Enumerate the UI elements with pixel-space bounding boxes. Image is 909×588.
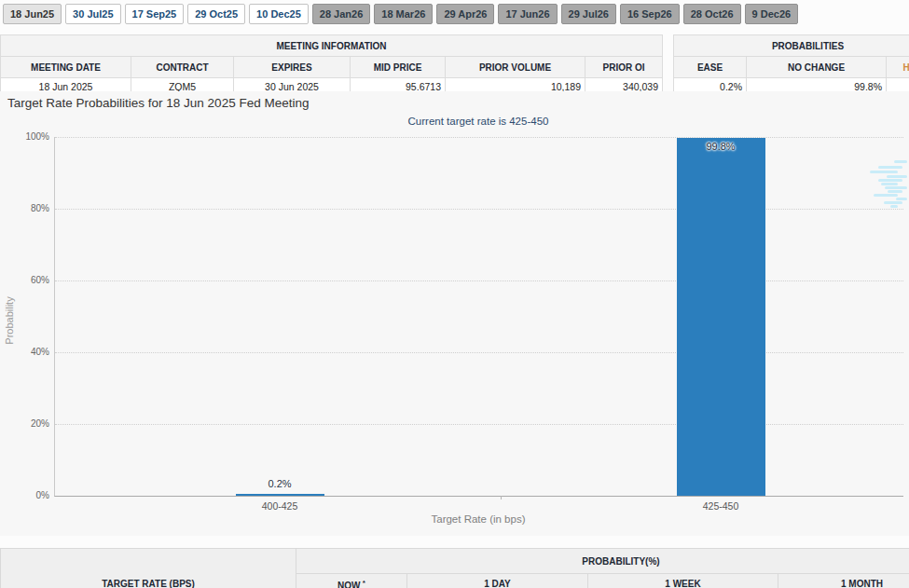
meeting-info-col-header: EXPIRES bbox=[234, 57, 351, 78]
watermark-dash bbox=[887, 175, 907, 178]
target-rate-header: TARGET RATE (BPS) bbox=[1, 549, 296, 588]
probabilities-table: PROBABILITIES EASENO CHANGEHIKE 0.2%99.8… bbox=[673, 34, 909, 96]
watermark-dash bbox=[894, 160, 907, 163]
tab-18-jun25[interactable]: 18 Jun25 bbox=[3, 4, 62, 24]
gridline bbox=[55, 137, 903, 138]
history-col-label: 1 DAY bbox=[408, 579, 586, 588]
gridline bbox=[55, 209, 903, 210]
y-tick-label: 80% bbox=[0, 203, 49, 213]
watermark-dash bbox=[885, 186, 907, 189]
watermark-dash bbox=[896, 198, 907, 200]
probabilities-col-header: HIKE bbox=[887, 57, 909, 78]
chart-title: Target Rate Probabilities for 18 Jun 202… bbox=[7, 96, 309, 110]
meeting-info-col-header: MID PRICE bbox=[351, 57, 446, 78]
watermark-dash bbox=[870, 171, 898, 173]
y-tick-label: 0% bbox=[0, 490, 49, 500]
probability-history-table: TARGET RATE (BPS) PROBABILITY(%) NOW *1 … bbox=[0, 548, 909, 588]
watermark-dash bbox=[890, 205, 898, 208]
tab-29-apr26[interactable]: 29 Apr26 bbox=[436, 4, 494, 24]
history-col-1-week: 1 WEEK10 JUN 2025 bbox=[588, 574, 778, 588]
meeting-info-header-row: MEETING DATECONTRACTEXPIRESMID PRICEPRIO… bbox=[1, 57, 663, 78]
probabilities-title: PROBABILITIES bbox=[674, 35, 909, 57]
probability-bar[interactable] bbox=[677, 138, 765, 496]
history-col-now: NOW * bbox=[296, 574, 407, 588]
tab-10-dec25[interactable]: 10 Dec25 bbox=[249, 4, 309, 24]
meeting-tab-bar: 18 Jun2530 Jul2517 Sep2529 Oct2510 Dec25… bbox=[3, 4, 798, 24]
probabilities-col-header: EASE bbox=[674, 57, 747, 78]
history-col-1-month: 1 MONTH16 MAY 2025 bbox=[778, 574, 909, 588]
probability-bar[interactable] bbox=[236, 494, 324, 496]
watermark-dash bbox=[874, 194, 898, 197]
history-col-label: 1 MONTH bbox=[779, 579, 909, 588]
meeting-info-title: MEETING INFORMATION bbox=[1, 35, 663, 57]
gridline bbox=[55, 280, 903, 281]
bar-value-label: 99.8% bbox=[674, 141, 767, 152]
gridline bbox=[55, 352, 903, 353]
fedwatch-page: 18 Jun2530 Jul2517 Sep2529 Oct2510 Dec25… bbox=[0, 0, 909, 588]
x-tick-label: 400-425 bbox=[233, 500, 326, 512]
watermark-dash bbox=[884, 201, 902, 204]
tab-29-jul26[interactable]: 29 Jul26 bbox=[561, 4, 616, 24]
axis-tick bbox=[501, 496, 502, 499]
tab-17-jun26[interactable]: 17 Jun26 bbox=[498, 4, 557, 24]
watermark-dash bbox=[878, 166, 902, 169]
tab-30-jul25[interactable]: 30 Jul25 bbox=[65, 4, 120, 24]
probabilities-header-row: EASENO CHANGEHIKE bbox=[674, 57, 909, 78]
history-col-label: 1 WEEK bbox=[589, 579, 777, 588]
watermark-dash bbox=[878, 179, 902, 182]
watermark-dash bbox=[881, 183, 898, 185]
x-axis-title: Target Rate (in bps) bbox=[54, 513, 902, 525]
meeting-info-col-header: PRIOR VOLUME bbox=[446, 57, 585, 78]
history-col-label: NOW * bbox=[297, 579, 406, 588]
tab-29-oct25[interactable]: 29 Oct25 bbox=[187, 4, 245, 24]
tab-28-jan26[interactable]: 28 Jan26 bbox=[312, 4, 370, 24]
chart-section: Target Rate Probabilities for 18 Jun 202… bbox=[0, 91, 909, 536]
y-tick-label: 40% bbox=[0, 347, 49, 357]
bar-value-label: 0.2% bbox=[233, 478, 326, 489]
y-tick-label: 60% bbox=[0, 275, 49, 285]
watermark-dash bbox=[888, 190, 902, 193]
x-tick-label: 425-450 bbox=[674, 500, 767, 512]
plot-area: 0.2%400-42599.8%425-450 bbox=[54, 137, 903, 497]
meeting-info-col-header: PRIOR OI bbox=[585, 57, 663, 78]
tab-18-mar26[interactable]: 18 Mar26 bbox=[374, 4, 433, 24]
chart-subtitle: Current target rate is 425-450 bbox=[54, 116, 902, 127]
meeting-info-table: MEETING INFORMATION MEETING DATECONTRACT… bbox=[0, 34, 663, 96]
tab-16-sep26[interactable]: 16 Sep26 bbox=[620, 4, 680, 24]
y-tick-label: 100% bbox=[0, 131, 49, 142]
y-tick-label: 20% bbox=[0, 418, 49, 429]
meeting-info-col-header: MEETING DATE bbox=[1, 57, 131, 78]
probabilities-col-header: NO CHANGE bbox=[747, 57, 887, 78]
gridline bbox=[55, 424, 903, 425]
tab-9-dec26[interactable]: 9 Dec26 bbox=[745, 4, 799, 24]
tab-28-oct26[interactable]: 28 Oct26 bbox=[683, 4, 741, 24]
meeting-info-col-header: CONTRACT bbox=[131, 57, 234, 78]
probability-percent-header: PROBABILITY(%) bbox=[296, 549, 909, 574]
history-col-1-day: 1 DAY16 JUN 2025 bbox=[407, 574, 588, 588]
tab-17-sep25[interactable]: 17 Sep25 bbox=[125, 4, 185, 24]
